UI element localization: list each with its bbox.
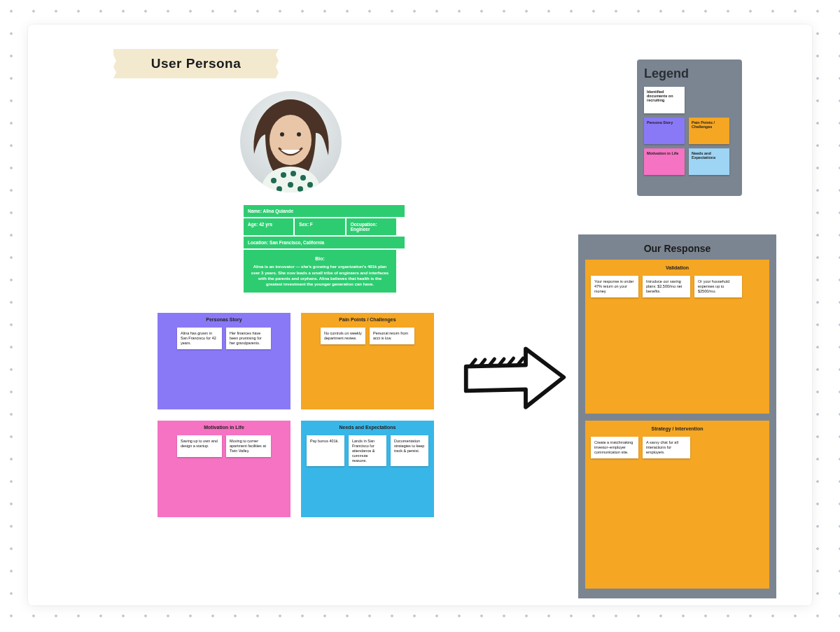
info-occupation: Occupation: Engineer	[346, 218, 396, 235]
title-text: User Persona	[151, 56, 241, 71]
sticky[interactable]: Your response is under 47% return on you…	[591, 276, 638, 297]
sticky[interactable]: A savvy chat for all interactions for em…	[643, 437, 690, 458]
legend-item-pain-points: Pain Points / Challenges	[689, 118, 729, 144]
legend-item-identified: Identified documents on recruiting	[644, 87, 685, 113]
sticky[interactable]: Create a matchmaking investor–employer c…	[591, 437, 638, 458]
response-card-intervention[interactable]: Strategy / Intervention Create a matchma…	[585, 421, 769, 589]
svg-point-8	[307, 182, 313, 188]
svg-point-2	[280, 132, 284, 136]
sticky[interactable]: Saving up to own and design a startup.	[177, 435, 222, 457]
info-sex: Sex: F	[295, 218, 344, 235]
sticky[interactable]: Or your household expenses up to $2500/m…	[694, 276, 742, 297]
card-personas-story[interactable]: Personas Story Alina has grown in San Fr…	[158, 313, 290, 409]
svg-point-3	[297, 132, 301, 136]
card-needs[interactable]: Needs and Expectations Pay bonus 401k. L…	[301, 421, 434, 517]
svg-point-4	[271, 178, 276, 183]
sticky[interactable]: Documentation strategies to keep track &…	[391, 435, 428, 466]
legend-item-persona-story: Persona Story	[644, 118, 685, 144]
svg-point-6	[290, 171, 296, 176]
bio-title: Bio:	[251, 255, 389, 262]
svg-point-1	[270, 115, 312, 165]
info-location: Location: San Francisco, California	[244, 237, 405, 248]
card-pain-points[interactable]: Pain Points / Challenges No controls on …	[301, 313, 434, 409]
card-title: Pain Points / Challenges	[307, 317, 428, 322]
sticky[interactable]: Personal return from acct is low.	[370, 328, 414, 344]
info-bio: Bio: Alina is an innovator — she's growi…	[244, 250, 396, 293]
svg-point-10	[288, 182, 293, 188]
svg-point-9	[276, 186, 282, 192]
svg-point-11	[298, 186, 303, 192]
arrow-icon	[461, 339, 569, 416]
legend-item-motivation: Motivation in Life	[644, 148, 685, 175]
info-block: Name: Alina Quiande Age: 42 yrs Sex: F O…	[244, 205, 396, 293]
card-title: Validation	[591, 265, 764, 270]
sticky[interactable]: Lands in San Francisco for attendance & …	[349, 435, 386, 466]
sticky[interactable]: Introduce our saving plans: $2,500/mo ne…	[643, 276, 690, 297]
info-name: Name: Alina Quiande	[244, 205, 405, 217]
avatar	[240, 91, 342, 192]
response-title: Our Response	[585, 243, 769, 254]
legend-item-needs: Needs and Expectations	[689, 148, 729, 175]
legend-title: Legend	[644, 66, 735, 81]
sticky[interactable]: Alina has grown in San Francisco for 42 …	[177, 328, 222, 349]
bio-text: Alina is an innovator — she's growing he…	[251, 264, 389, 286]
legend-panel: Legend Identified documents on recruitin…	[637, 59, 742, 196]
sticky[interactable]: Pay bonus 401k.	[307, 435, 344, 466]
svg-point-7	[300, 175, 306, 181]
response-card-validation[interactable]: Validation Your response is under 47% re…	[585, 260, 769, 414]
card-title: Needs and Expectations	[307, 425, 428, 430]
card-title: Motivation in Life	[163, 425, 285, 430]
sticky[interactable]: No controls on weekly department review.	[321, 328, 365, 344]
card-title: Strategy / Intervention	[591, 426, 764, 431]
title-tape: User Persona	[119, 49, 273, 78]
canvas[interactable]: User Persona	[28, 24, 812, 605]
svg-point-5	[281, 172, 286, 178]
response-panel: Our Response Validation Your response is…	[578, 234, 776, 598]
card-title: Personas Story	[163, 317, 285, 322]
info-age: Age: 42 yrs	[244, 218, 293, 235]
sticky[interactable]: Her finances have been promising for her…	[226, 328, 271, 349]
sticky[interactable]: Moving to corner apartment facilities at…	[226, 435, 271, 457]
card-motivation[interactable]: Motivation in Life Saving up to own and …	[158, 421, 290, 517]
